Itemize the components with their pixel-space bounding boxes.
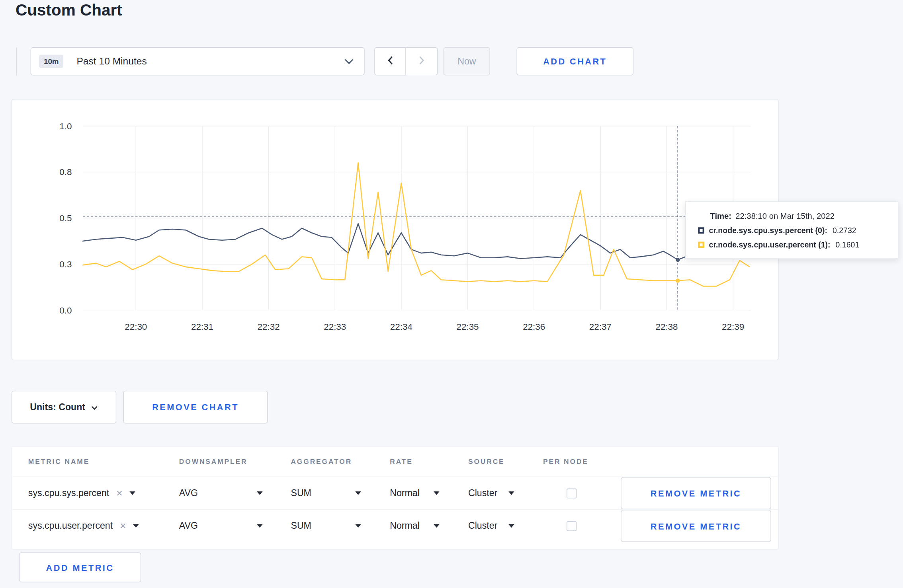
dropdown-caret-icon [434, 491, 439, 495]
dropdown-caret-icon [355, 491, 361, 495]
svg-text:22:34: 22:34 [390, 322, 412, 332]
units-select[interactable]: Units: Count [12, 391, 116, 423]
metric-name-select[interactable]: sys.cpu.sys.percent ✕ [28, 488, 179, 498]
tooltip-series-name: cr.node.sys.cpu.user.percent (1): [709, 241, 831, 249]
column-header-per-node: PER NODE [543, 458, 621, 465]
dropdown-caret-icon [257, 524, 262, 528]
source-value: Cluster [468, 521, 497, 531]
column-header-metric-name: METRIC NAME [28, 458, 179, 465]
svg-text:0.3: 0.3 [59, 259, 72, 269]
chevron-down-icon [344, 56, 354, 66]
column-header-rate: RATE [390, 458, 468, 465]
dropdown-caret-icon [508, 491, 514, 495]
page-title: Custom Chart [16, 1, 122, 19]
remove-metric-button[interactable]: REMOVE METRIC [621, 477, 771, 509]
downsampler-select[interactable]: AVG [179, 521, 263, 531]
clear-metric-icon[interactable]: ✕ [116, 489, 123, 498]
column-header-source: SOURCE [468, 458, 543, 465]
tooltip-series-row: cr.node.sys.cpu.user.percent (1): 0.1601 [698, 241, 889, 249]
tooltip-series-row: cr.node.sys.cpu.sys.percent (0): 0.2732 [698, 226, 889, 235]
svg-text:22:31: 22:31 [191, 322, 213, 332]
tooltip-series-value: 0.1601 [836, 241, 860, 249]
line-chart[interactable]: 0.00.30.50.81.022:3022:3122:3222:3322:34… [12, 99, 779, 347]
downsampler-select[interactable]: AVG [179, 488, 263, 498]
prev-range-button[interactable] [374, 47, 406, 76]
column-header-aggregator: AGGREGATOR [291, 458, 390, 465]
time-range-label: Past 10 Minutes [76, 56, 147, 67]
remove-metric-button[interactable]: REMOVE METRIC [621, 510, 771, 542]
metrics-table-rows: sys.cpu.sys.percent ✕ AVG SUM Normal Clu… [12, 477, 778, 542]
metric-row: sys.cpu.sys.percent ✕ AVG SUM Normal Clu… [12, 477, 778, 509]
dropdown-caret-icon [133, 524, 139, 528]
svg-text:0.8: 0.8 [59, 167, 72, 177]
svg-text:22:37: 22:37 [589, 322, 612, 332]
column-header-downsampler: DOWNSAMPLER [179, 458, 291, 465]
dropdown-caret-icon [508, 524, 514, 528]
rate-value: Normal [390, 488, 420, 498]
units-label: Units: Count [30, 402, 85, 412]
svg-text:22:33: 22:33 [324, 322, 346, 332]
aggregator-select[interactable]: SUM [291, 521, 361, 531]
metrics-table-header: METRIC NAMEDOWNSAMPLERAGGREGATORRATESOUR… [12, 446, 778, 476]
source-select[interactable]: Cluster [468, 521, 514, 531]
add-metric-button[interactable]: ADD METRIC [19, 553, 141, 582]
chevron-left-icon [387, 56, 393, 66]
dropdown-caret-icon [130, 491, 135, 495]
per-node-checkbox[interactable] [567, 521, 577, 531]
chevron-right-icon [419, 56, 424, 66]
chart-tooltip: Time:22:38:10 on Mar 15th, 2022 cr.node.… [685, 201, 898, 259]
svg-text:22:32: 22:32 [258, 322, 280, 332]
tooltip-time-value: 22:38:10 on Mar 15th, 2022 [735, 211, 835, 220]
svg-text:22:39: 22:39 [722, 322, 744, 332]
svg-text:0.0: 0.0 [59, 306, 72, 315]
svg-text:22:35: 22:35 [457, 322, 479, 332]
source-select[interactable]: Cluster [468, 488, 514, 498]
time-range-nav [374, 47, 438, 76]
add-chart-button[interactable]: ADD CHART [516, 47, 633, 76]
time-range-badge: 10m [39, 55, 63, 68]
aggregator-select[interactable]: SUM [291, 488, 361, 498]
svg-text:0.5: 0.5 [59, 213, 72, 223]
metric-name-value: sys.cpu.user.percent [28, 521, 113, 531]
tooltip-time-label: Time: [710, 211, 731, 220]
rate-select[interactable]: Normal [390, 488, 439, 498]
chevron-down-icon [91, 402, 98, 412]
svg-text:1.0: 1.0 [59, 121, 72, 131]
toolbar-divider [16, 47, 16, 76]
metric-name-value: sys.cpu.sys.percent [28, 488, 109, 498]
svg-text:22:36: 22:36 [523, 322, 545, 332]
metric-row: sys.cpu.user.percent ✕ AVG SUM Normal Cl… [12, 509, 778, 542]
dropdown-caret-icon [257, 491, 262, 495]
aggregator-value: SUM [291, 488, 311, 498]
source-value: Cluster [468, 488, 497, 498]
series-swatch-user-icon [698, 241, 704, 248]
downsampler-value: AVG [179, 488, 198, 498]
series-swatch-sys-icon [698, 227, 704, 234]
tooltip-series-name: cr.node.sys.cpu.sys.percent (0): [709, 226, 827, 235]
clear-metric-icon[interactable]: ✕ [119, 521, 126, 530]
svg-text:22:30: 22:30 [125, 322, 147, 332]
aggregator-value: SUM [291, 521, 311, 531]
custom-chart-page: Custom Chart 10m Past 10 Minutes Now [0, 0, 903, 588]
downsampler-value: AVG [179, 521, 198, 531]
now-button[interactable]: Now [444, 47, 490, 76]
tooltip-series-value: 0.2732 [833, 226, 856, 235]
time-range-select[interactable]: 10m Past 10 Minutes [31, 47, 365, 76]
next-range-button[interactable] [406, 47, 438, 76]
svg-text:22:38: 22:38 [655, 322, 678, 332]
per-node-checkbox[interactable] [567, 488, 577, 498]
metrics-table: METRIC NAMEDOWNSAMPLERAGGREGATORRATESOUR… [12, 446, 779, 549]
dropdown-caret-icon [355, 524, 361, 528]
chart-card: 0.00.30.50.81.022:3022:3122:3222:3322:34… [12, 99, 779, 360]
rate-value: Normal [390, 521, 420, 531]
dropdown-caret-icon [434, 524, 439, 528]
remove-chart-button[interactable]: REMOVE CHART [123, 391, 268, 423]
tooltip-time: Time:22:38:10 on Mar 15th, 2022 [710, 211, 888, 220]
metric-name-select[interactable]: sys.cpu.user.percent ✕ [28, 521, 179, 531]
rate-select[interactable]: Normal [390, 521, 439, 531]
